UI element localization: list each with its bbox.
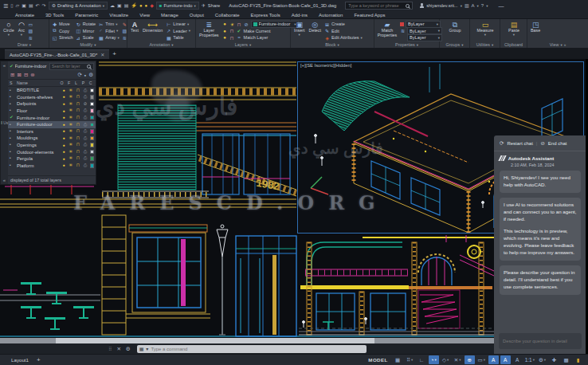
quick-icon[interactable]: ⚡ — [131, 3, 137, 8]
layer-lock-icon[interactable]: ⊓ — [75, 163, 82, 168]
layer-color-swatch[interactable] — [90, 108, 95, 113]
layer-freeze-icon[interactable]: ☀ — [229, 22, 235, 27]
leader-button[interactable]: ↗Leader▾ — [166, 28, 190, 35]
layer-row[interactable]: ▪Counters-shelves●☀⊓⎙ — [8, 94, 96, 101]
layer-plot-icon[interactable]: ⎙ — [82, 88, 89, 93]
layer-on-icon[interactable]: ● — [61, 116, 68, 120]
layer-freeze-icon[interactable]: ☀ — [68, 136, 75, 141]
layer-lock-icon[interactable]: ⊓ — [75, 156, 82, 161]
layer-color-swatch[interactable] — [90, 129, 95, 134]
layer-color-swatch[interactable] — [90, 123, 95, 128]
layer-color-swatch[interactable] — [90, 88, 95, 93]
layer-plot-icon[interactable]: ⎙ — [82, 143, 89, 147]
annotation-visibility-icon[interactable]: A — [488, 355, 499, 364]
close-command-icon[interactable]: ✕ — [116, 346, 120, 352]
erase-icon[interactable]: ✎ — [122, 22, 127, 27]
text-button[interactable]: AText — [130, 21, 139, 33]
share-plane-icon[interactable]: ✈ — [202, 3, 206, 8]
tab-collaborate[interactable]: Collaborate — [210, 11, 245, 19]
cloud-icon[interactable]: ☁ — [110, 3, 115, 8]
annotation-autoscale-icon[interactable]: A — [500, 355, 511, 364]
layer-on-icon[interactable]: ● — [61, 102, 68, 106]
document-dropdown[interactable]: ■ Furniture-indo ▾ — [156, 2, 199, 10]
chat-input[interactable] — [503, 339, 578, 343]
layer-on-icon[interactable]: ● — [61, 88, 68, 92]
end-chat-button[interactable]: End chat — [548, 141, 567, 146]
dimension-button[interactable]: ⟷Dimension — [142, 21, 163, 33]
snap-toggle-icon[interactable]: ⠿▾ — [405, 355, 415, 364]
arc-button[interactable]: ◠Arc▾ — [18, 21, 25, 37]
dynamic-input-icon[interactable]: ⊕ — [465, 355, 475, 364]
rectangle-icon[interactable]: ▭ — [28, 22, 33, 27]
layer-row[interactable]: ▪Mouldings●☀⊓⎙ — [8, 135, 96, 142]
move-button[interactable]: ✚Move — [52, 21, 73, 28]
insert-button[interactable]: ▣Insert▾ — [293, 21, 305, 37]
help-search-box[interactable] — [345, 2, 413, 10]
layer-plot-icon[interactable]: ⎙ — [82, 136, 89, 141]
layer-color-swatch[interactable] — [90, 163, 95, 168]
tab-visualize[interactable]: Visualize — [104, 11, 134, 19]
block-panel-label[interactable]: Block — [325, 42, 335, 47]
paste-button[interactable]: ▤Paste▾ — [508, 21, 520, 37]
layer-search-box[interactable] — [49, 63, 94, 70]
make-current-button[interactable]: ● ⊓ ✔ Make Current — [222, 28, 299, 35]
layer-row[interactable]: ▪BRDTITLE●☀⊓⎙ — [8, 87, 96, 94]
col-freeze[interactable]: F — [65, 80, 73, 85]
layer-search-input[interactable] — [52, 64, 85, 69]
create-block-button[interactable]: ⊞Create — [324, 21, 363, 28]
layer-plot-icon[interactable]: ⎙ — [82, 150, 89, 155]
command-grip-icon[interactable]: ⠿ — [108, 346, 112, 351]
new-layer-icon[interactable]: ⊞ — [10, 72, 14, 78]
share-button[interactable]: Share — [208, 3, 220, 8]
layer-row[interactable]: ▪Floor●☀⊓⎙ — [8, 108, 96, 115]
stop-icon[interactable]: ▪ — [84, 73, 86, 78]
layer-lock-icon[interactable]: ⊓ — [75, 123, 82, 128]
tab-view[interactable]: View — [134, 11, 155, 19]
polyline-icon[interactable]: ≋ — [28, 35, 33, 41]
save-web-icon[interactable]: ▣ — [117, 3, 122, 8]
hatch-icon[interactable]: ▨ — [28, 28, 33, 33]
layer-on-icon[interactable]: ● — [61, 123, 68, 127]
delete-layer-icon[interactable]: ⊟ — [24, 72, 28, 78]
layer-on-icon[interactable]: ● — [222, 22, 228, 26]
trim-button[interactable]: ✂Trim▾ — [98, 21, 120, 28]
layer-color-swatch[interactable] — [90, 116, 95, 120]
expand-panel-icon[interactable]: » — [564, 43, 566, 47]
clipboard-panel-label[interactable]: Clipboard — [504, 42, 523, 47]
scrollbar-thumb[interactable] — [56, 338, 374, 343]
layer-freeze-icon[interactable]: ☀ — [68, 95, 75, 100]
edit-block-button[interactable]: ✎Edit — [324, 28, 363, 35]
layer-lock-icon[interactable]: ⊓ — [75, 143, 82, 147]
tab-manage[interactable]: Manage — [155, 11, 184, 19]
lock-ui-icon[interactable]: ▮ — [573, 355, 583, 364]
new-layout-button[interactable]: + — [37, 356, 41, 363]
array-button[interactable]: ▦Array▾ — [98, 34, 120, 41]
layer-on-icon[interactable]: ● — [61, 109, 68, 113]
save-icon[interactable]: ▣ — [22, 3, 26, 8]
isometric-drafting-icon[interactable]: ◇▾ — [441, 355, 451, 364]
layer-color-swatch[interactable] — [90, 143, 95, 147]
user-avatar-icon[interactable] — [419, 3, 424, 8]
layer-on-icon[interactable]: ● — [61, 129, 68, 133]
new-frozen-layer-icon[interactable]: ⊠ — [17, 72, 21, 78]
mirror-button[interactable]: ◫Mirror — [76, 28, 96, 35]
add-cleanscreen-icon[interactable]: ✚ — [549, 355, 559, 364]
annotation-monitor-icon[interactable]: A — [512, 355, 523, 364]
layer-lock-icon[interactable]: ⊓ — [75, 88, 82, 93]
layer-lock-icon[interactable]: ⊓ — [75, 102, 82, 107]
layer-off-icon[interactable]: ⊘ — [244, 22, 249, 27]
undo-icon[interactable]: ↶ — [36, 3, 40, 8]
col-on[interactable]: O — [58, 80, 65, 85]
annotation-scale-dropdown[interactable]: 1:1▾ — [524, 355, 535, 364]
layer-freeze-icon[interactable]: ☀ — [68, 129, 75, 134]
tab-annotate[interactable]: Annotate — [10, 11, 40, 19]
properties-panel-label[interactable]: Properties — [395, 42, 415, 47]
measure-button[interactable]: ▭Measure▾ — [476, 21, 495, 37]
customize-wrench-icon[interactable]: ⚙ — [126, 346, 131, 352]
collapse-chevron-icon[interactable]: « — [3, 178, 6, 182]
layer-freeze-icon[interactable]: ☀ — [68, 108, 75, 113]
tab-automation[interactable]: Automation — [313, 11, 348, 19]
explode-icon[interactable]: ▨ — [122, 28, 127, 33]
layer-row[interactable]: ▪Defpoints●☀⊓⊘ — [8, 100, 96, 108]
layout1-tab[interactable]: Layout1 — [8, 357, 32, 363]
